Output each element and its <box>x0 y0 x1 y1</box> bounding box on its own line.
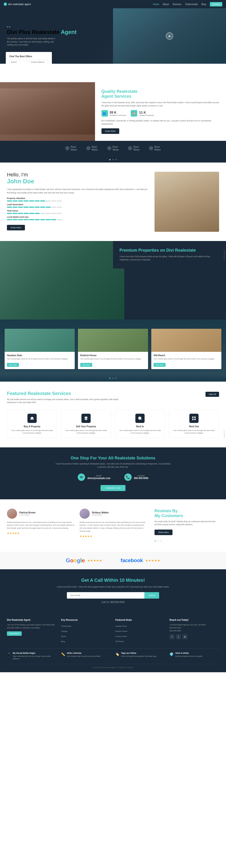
reviewer-2-name: Brittany Walker <box>92 512 109 514</box>
google-letter-g2: g <box>77 557 80 563</box>
skill-bar-empty <box>57 207 62 208</box>
footer-bottom-tags: 🏷️ Tags we Follow Find us through these … <box>115 652 165 660</box>
footer-resource-link-3[interactable]: About <box>61 635 66 638</box>
brands-dots <box>0 156 226 162</box>
footer-brand-button[interactable]: Read More <box>7 631 22 636</box>
nav-link-blog[interactable]: Blog <box>201 3 206 5</box>
hello-title: Hello, I'm John Doe <box>7 172 148 185</box>
review-card-1: Patricia Brown Home Buyer Really amazing… <box>7 508 75 542</box>
cta-call-number: Call Us: 000-000-0000 <box>7 601 219 603</box>
skill-bars-1 <box>7 200 148 202</box>
footer-deal-4: Old Ranch <box>115 639 165 643</box>
skill-bar <box>51 219 56 220</box>
skill-bar <box>24 200 29 202</box>
linkedin-social-icon[interactable]: in <box>183 634 188 639</box>
reviewer-1-name: Patricia Brown <box>20 512 35 514</box>
email-input[interactable] <box>30 60 48 64</box>
cards-dot-1 <box>109 378 110 379</box>
svg-rect-3 <box>194 416 196 418</box>
schedule-call-button[interactable]: Schedule A Call <box>101 485 125 491</box>
nav-link-testimonials[interactable]: Testimonials <box>185 3 198 5</box>
footer-deal-link-1[interactable]: Vacation Huts <box>115 625 127 627</box>
quality-section: QUALITY Quality Realestate Agent Service… <box>0 82 226 141</box>
dot-3 <box>116 159 117 160</box>
cta-submit-button[interactable]: Submit <box>144 592 159 598</box>
services-grid: Buy A Property Your comfort gets closer … <box>7 410 219 438</box>
rent-in-title: Rent In <box>118 425 162 428</box>
footer-brand-col: Divi Realestate Agent I am one of the le… <box>7 619 57 644</box>
skill-bar <box>35 200 40 202</box>
show-more-button[interactable]: Show More <box>155 530 172 535</box>
name-input[interactable] <box>9 60 28 64</box>
logo-icon <box>4 3 7 6</box>
svg-line-1 <box>141 419 142 420</box>
skill-bar-empty <box>51 213 56 214</box>
brand-4-text: RealWave <box>133 146 140 151</box>
skill-local-dialect: Local dialect and care <box>7 216 148 220</box>
footer-phone2: 000-000-0000 <box>169 629 219 632</box>
property-cards-dots <box>0 374 226 381</box>
skill-bar <box>12 219 18 220</box>
footer-resource-link-4[interactable]: Blog <box>61 640 65 643</box>
featured-title: Featured Realestate Services <box>7 391 122 396</box>
brand-3-text: RealWave <box>112 146 119 151</box>
house-buy-button[interactable]: Buy Now <box>80 363 92 367</box>
premium-content: PREMIUM Premium Properties on Divi Reale… <box>113 241 226 268</box>
nav-link-services[interactable]: Services <box>172 3 181 5</box>
footer-resource-link-1[interactable]: Testimonials <box>61 625 71 627</box>
footer-deal-link-2[interactable]: Rodrick House <box>115 630 127 632</box>
rent-in-desc: Your comfort gets closer to me through t… <box>118 429 162 434</box>
google-stars: ★★★★★ <box>87 559 102 562</box>
footer-resource-link-2[interactable]: Listings <box>61 630 67 632</box>
reviewer-1-role: Home Buyer <box>20 514 35 516</box>
featured-header-text: Featured Realestate Services My real est… <box>7 391 122 404</box>
email-icon: ✉ <box>78 473 85 481</box>
hello-section: Hello, I'm John Doe I have graduated my … <box>0 162 226 241</box>
quality-know-more-button[interactable]: Know More <box>101 128 120 134</box>
reviews-dots <box>155 538 219 542</box>
svg-point-0 <box>138 416 141 420</box>
quality-image <box>0 82 95 141</box>
reviews-cards: Patricia Brown Home Buyer Really amazing… <box>7 508 148 542</box>
call-cta-section: Get A Call Within 10 Minutes! I work rou… <box>0 569 226 612</box>
brand-1: RealWave <box>65 146 77 151</box>
brand-2: RealWave <box>86 146 98 151</box>
hero-section: ● ● Divi Plus Realestate Agent The perfe… <box>0 8 226 64</box>
footer-copyright: © 2024 Divi Realestate Agent. All Rights… <box>7 664 219 669</box>
vacation-buy-button[interactable]: Buy Now <box>7 363 19 367</box>
premium-bg-img <box>0 241 124 319</box>
service-card-rent-out: Rent Out Your comfort gets closer to me … <box>169 410 219 438</box>
stat-customers: 👥 55 K Satisfied Customers <box>101 110 126 117</box>
footer-deal-link-4[interactable]: Old Ranch <box>115 640 124 643</box>
ranch-buy-button[interactable]: Buy Now <box>154 363 166 367</box>
svg-rect-5 <box>192 418 194 420</box>
hello-know-more-button[interactable]: Know More <box>7 225 25 230</box>
brand-5-text: RealWave <box>154 146 161 151</box>
reviewer-2-role: Home Buyer <box>92 514 109 516</box>
property-card-vacation: Vacation Huts Your comfort gets closer t… <box>5 329 75 369</box>
buy-property-icon-box <box>27 414 37 423</box>
cta-email-input[interactable] <box>67 592 144 598</box>
google-logo: Google <box>66 557 85 564</box>
skill-bar <box>29 207 34 208</box>
footer-deal-link-3[interactable]: Luxury Condo <box>115 635 127 638</box>
share-icon: 📱 <box>7 652 11 656</box>
footer-resource-2: Listings <box>61 629 111 633</box>
skill-bar <box>29 213 34 214</box>
cards-row: Vacation Huts Your comfort gets closer t… <box>5 329 221 369</box>
facebook-social-icon[interactable]: f <box>169 634 174 639</box>
twitter-social-icon[interactable]: t <box>176 634 181 639</box>
house-card-title: Rodrick House <box>80 354 146 356</box>
brand-5: RealWave <box>149 146 161 151</box>
footer-divider <box>7 648 219 649</box>
nav-contact-button[interactable]: Contact <box>210 2 222 6</box>
footer-deals-title: Featured Deals <box>115 619 165 621</box>
nav-link-about[interactable]: About <box>163 3 169 5</box>
view-all-button[interactable]: View All <box>205 392 219 397</box>
cards-dot-2 <box>112 378 114 379</box>
search-icon <box>138 416 142 421</box>
reviews-dot-2 <box>157 540 158 541</box>
quality-title: Quality Realestate Agent Services <box>101 89 220 99</box>
rent-out-title: Rent Out <box>172 425 216 428</box>
nav-link-home[interactable]: Home <box>153 3 159 5</box>
